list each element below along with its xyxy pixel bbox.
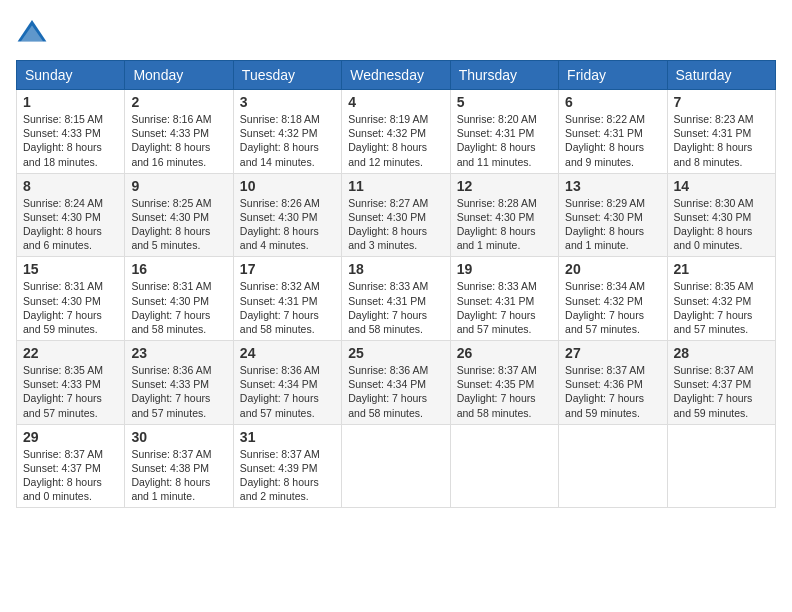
- day-number: 29: [23, 429, 118, 445]
- day-number: 4: [348, 94, 443, 110]
- day-info: Sunrise: 8:31 AMSunset: 4:30 PMDaylight:…: [23, 279, 118, 336]
- day-info: Sunrise: 8:37 AMSunset: 4:39 PMDaylight:…: [240, 447, 335, 504]
- day-number: 7: [674, 94, 769, 110]
- calendar-cell: 29 Sunrise: 8:37 AMSunset: 4:37 PMDaylig…: [17, 424, 125, 508]
- day-number: 19: [457, 261, 552, 277]
- day-number: 28: [674, 345, 769, 361]
- day-number: 13: [565, 178, 660, 194]
- day-info: Sunrise: 8:18 AMSunset: 4:32 PMDaylight:…: [240, 112, 335, 169]
- day-number: 12: [457, 178, 552, 194]
- day-number: 26: [457, 345, 552, 361]
- calendar-cell: 3 Sunrise: 8:18 AMSunset: 4:32 PMDayligh…: [233, 90, 341, 174]
- day-info: Sunrise: 8:34 AMSunset: 4:32 PMDaylight:…: [565, 279, 660, 336]
- day-number: 9: [131, 178, 226, 194]
- calendar-week-row: 22 Sunrise: 8:35 AMSunset: 4:33 PMDaylig…: [17, 341, 776, 425]
- day-info: Sunrise: 8:36 AMSunset: 4:34 PMDaylight:…: [348, 363, 443, 420]
- day-info: Sunrise: 8:15 AMSunset: 4:33 PMDaylight:…: [23, 112, 118, 169]
- day-info: Sunrise: 8:30 AMSunset: 4:30 PMDaylight:…: [674, 196, 769, 253]
- day-number: 16: [131, 261, 226, 277]
- day-number: 21: [674, 261, 769, 277]
- header-tuesday: Tuesday: [233, 61, 341, 90]
- day-number: 5: [457, 94, 552, 110]
- calendar-cell: 22 Sunrise: 8:35 AMSunset: 4:33 PMDaylig…: [17, 341, 125, 425]
- calendar-cell: 28 Sunrise: 8:37 AMSunset: 4:37 PMDaylig…: [667, 341, 775, 425]
- day-info: Sunrise: 8:27 AMSunset: 4:30 PMDaylight:…: [348, 196, 443, 253]
- day-info: Sunrise: 8:22 AMSunset: 4:31 PMDaylight:…: [565, 112, 660, 169]
- day-info: Sunrise: 8:37 AMSunset: 4:37 PMDaylight:…: [674, 363, 769, 420]
- day-info: Sunrise: 8:37 AMSunset: 4:35 PMDaylight:…: [457, 363, 552, 420]
- day-info: Sunrise: 8:29 AMSunset: 4:30 PMDaylight:…: [565, 196, 660, 253]
- calendar-cell: [450, 424, 558, 508]
- day-number: 2: [131, 94, 226, 110]
- calendar-cell: 30 Sunrise: 8:37 AMSunset: 4:38 PMDaylig…: [125, 424, 233, 508]
- day-number: 30: [131, 429, 226, 445]
- calendar-cell: 10 Sunrise: 8:26 AMSunset: 4:30 PMDaylig…: [233, 173, 341, 257]
- header-monday: Monday: [125, 61, 233, 90]
- calendar-cell: [342, 424, 450, 508]
- day-number: 24: [240, 345, 335, 361]
- day-number: 14: [674, 178, 769, 194]
- calendar-cell: 5 Sunrise: 8:20 AMSunset: 4:31 PMDayligh…: [450, 90, 558, 174]
- day-info: Sunrise: 8:33 AMSunset: 4:31 PMDaylight:…: [457, 279, 552, 336]
- day-info: Sunrise: 8:35 AMSunset: 4:33 PMDaylight:…: [23, 363, 118, 420]
- calendar-cell: 1 Sunrise: 8:15 AMSunset: 4:33 PMDayligh…: [17, 90, 125, 174]
- day-info: Sunrise: 8:37 AMSunset: 4:36 PMDaylight:…: [565, 363, 660, 420]
- calendar-cell: 25 Sunrise: 8:36 AMSunset: 4:34 PMDaylig…: [342, 341, 450, 425]
- logo: [16, 16, 52, 48]
- calendar-cell: 4 Sunrise: 8:19 AMSunset: 4:32 PMDayligh…: [342, 90, 450, 174]
- day-info: Sunrise: 8:28 AMSunset: 4:30 PMDaylight:…: [457, 196, 552, 253]
- calendar-cell: 12 Sunrise: 8:28 AMSunset: 4:30 PMDaylig…: [450, 173, 558, 257]
- calendar-cell: 26 Sunrise: 8:37 AMSunset: 4:35 PMDaylig…: [450, 341, 558, 425]
- day-number: 15: [23, 261, 118, 277]
- day-info: Sunrise: 8:37 AMSunset: 4:38 PMDaylight:…: [131, 447, 226, 504]
- calendar-header-row: SundayMondayTuesdayWednesdayThursdayFrid…: [17, 61, 776, 90]
- calendar-cell: 7 Sunrise: 8:23 AMSunset: 4:31 PMDayligh…: [667, 90, 775, 174]
- day-number: 18: [348, 261, 443, 277]
- day-number: 25: [348, 345, 443, 361]
- calendar-cell: 27 Sunrise: 8:37 AMSunset: 4:36 PMDaylig…: [559, 341, 667, 425]
- calendar-cell: 21 Sunrise: 8:35 AMSunset: 4:32 PMDaylig…: [667, 257, 775, 341]
- day-number: 27: [565, 345, 660, 361]
- calendar-week-row: 29 Sunrise: 8:37 AMSunset: 4:37 PMDaylig…: [17, 424, 776, 508]
- day-info: Sunrise: 8:25 AMSunset: 4:30 PMDaylight:…: [131, 196, 226, 253]
- day-info: Sunrise: 8:32 AMSunset: 4:31 PMDaylight:…: [240, 279, 335, 336]
- header-friday: Friday: [559, 61, 667, 90]
- calendar-cell: 31 Sunrise: 8:37 AMSunset: 4:39 PMDaylig…: [233, 424, 341, 508]
- calendar-cell: [559, 424, 667, 508]
- calendar-cell: 20 Sunrise: 8:34 AMSunset: 4:32 PMDaylig…: [559, 257, 667, 341]
- calendar-cell: 6 Sunrise: 8:22 AMSunset: 4:31 PMDayligh…: [559, 90, 667, 174]
- day-number: 1: [23, 94, 118, 110]
- calendar-week-row: 8 Sunrise: 8:24 AMSunset: 4:30 PMDayligh…: [17, 173, 776, 257]
- day-number: 22: [23, 345, 118, 361]
- calendar-cell: 11 Sunrise: 8:27 AMSunset: 4:30 PMDaylig…: [342, 173, 450, 257]
- calendar-cell: [667, 424, 775, 508]
- day-info: Sunrise: 8:26 AMSunset: 4:30 PMDaylight:…: [240, 196, 335, 253]
- calendar-cell: 18 Sunrise: 8:33 AMSunset: 4:31 PMDaylig…: [342, 257, 450, 341]
- day-number: 31: [240, 429, 335, 445]
- calendar-week-row: 15 Sunrise: 8:31 AMSunset: 4:30 PMDaylig…: [17, 257, 776, 341]
- header-sunday: Sunday: [17, 61, 125, 90]
- day-info: Sunrise: 8:35 AMSunset: 4:32 PMDaylight:…: [674, 279, 769, 336]
- calendar-cell: 24 Sunrise: 8:36 AMSunset: 4:34 PMDaylig…: [233, 341, 341, 425]
- day-info: Sunrise: 8:31 AMSunset: 4:30 PMDaylight:…: [131, 279, 226, 336]
- calendar-week-row: 1 Sunrise: 8:15 AMSunset: 4:33 PMDayligh…: [17, 90, 776, 174]
- day-number: 6: [565, 94, 660, 110]
- calendar-cell: 16 Sunrise: 8:31 AMSunset: 4:30 PMDaylig…: [125, 257, 233, 341]
- logo-icon: [16, 16, 48, 48]
- calendar-cell: 23 Sunrise: 8:36 AMSunset: 4:33 PMDaylig…: [125, 341, 233, 425]
- day-info: Sunrise: 8:37 AMSunset: 4:37 PMDaylight:…: [23, 447, 118, 504]
- day-info: Sunrise: 8:23 AMSunset: 4:31 PMDaylight:…: [674, 112, 769, 169]
- day-info: Sunrise: 8:24 AMSunset: 4:30 PMDaylight:…: [23, 196, 118, 253]
- calendar-cell: 17 Sunrise: 8:32 AMSunset: 4:31 PMDaylig…: [233, 257, 341, 341]
- page-header: [16, 16, 776, 48]
- header-wednesday: Wednesday: [342, 61, 450, 90]
- day-info: Sunrise: 8:33 AMSunset: 4:31 PMDaylight:…: [348, 279, 443, 336]
- day-number: 8: [23, 178, 118, 194]
- day-number: 3: [240, 94, 335, 110]
- calendar-cell: 8 Sunrise: 8:24 AMSunset: 4:30 PMDayligh…: [17, 173, 125, 257]
- header-thursday: Thursday: [450, 61, 558, 90]
- calendar-cell: 15 Sunrise: 8:31 AMSunset: 4:30 PMDaylig…: [17, 257, 125, 341]
- day-info: Sunrise: 8:20 AMSunset: 4:31 PMDaylight:…: [457, 112, 552, 169]
- calendar-cell: 2 Sunrise: 8:16 AMSunset: 4:33 PMDayligh…: [125, 90, 233, 174]
- day-number: 20: [565, 261, 660, 277]
